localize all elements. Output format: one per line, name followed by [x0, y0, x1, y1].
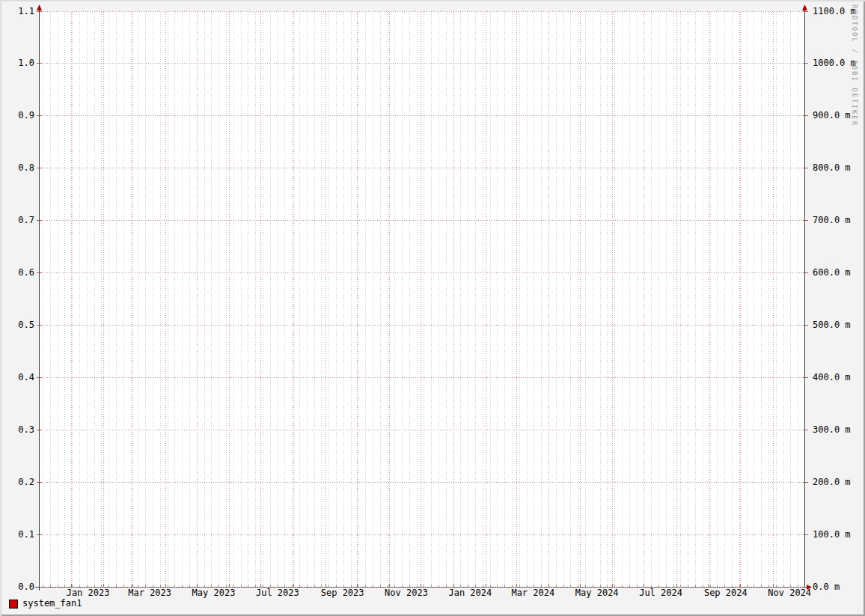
y-axis-left-label: 0.1: [0, 530, 34, 540]
y-axis-right-label: 400.0 m: [813, 373, 851, 382]
y-axis-right-label: 200.0 m: [813, 478, 851, 487]
y-axis-left-label: 0.2: [0, 478, 34, 487]
x-axis-label: Mar 2024: [499, 588, 566, 598]
legend-swatch-system-fan1: [9, 600, 18, 609]
x-axis-label: Sep 2024: [692, 588, 759, 598]
y-axis-right-label: 800.0 m: [813, 163, 851, 173]
legend-label: system_fan1: [22, 599, 82, 609]
y-axis-left-label: 1.0: [0, 58, 34, 68]
y-axis-left-label: 0.3: [0, 425, 34, 435]
x-axis-label: Nov 2023: [373, 588, 440, 598]
chart-grid-and-axes: [0, 0, 865, 616]
x-axis-label: Jan 2023: [55, 588, 122, 598]
x-axis-label: May 2023: [180, 588, 248, 598]
y-axis-left-label: 0.4: [0, 373, 34, 382]
y-axis-left-label: 0.7: [0, 216, 34, 225]
y-axis-left-label: 1.1: [0, 7, 34, 16]
x-axis-label: Jul 2023: [244, 588, 311, 598]
y-axis-left-label: 0.0: [0, 582, 34, 592]
y-axis-left-label: 0.5: [0, 320, 34, 330]
x-axis-label: May 2024: [563, 588, 631, 598]
rrdtool-graph: 1.11.00.90.80.70.60.50.40.30.20.10.01100…: [0, 0, 865, 616]
y-axis-right-label: 700.0 m: [813, 216, 851, 225]
y-axis-right-label: 100.0 m: [813, 530, 851, 540]
x-axis-label: Sep 2023: [309, 588, 376, 598]
y-axis-right-label: 500.0 m: [813, 320, 851, 330]
x-axis-label: Nov 2024: [756, 588, 823, 598]
y-axis-left-label: 0.8: [0, 163, 34, 173]
y-axis-left-label: 0.6: [0, 268, 34, 278]
y-axis-right-label: 300.0 m: [813, 425, 851, 435]
y-axis-right-label: 900.0 m: [813, 111, 851, 121]
x-axis-label: Jul 2024: [627, 588, 694, 598]
y-axis-right-label: 1100.0 m: [813, 7, 856, 16]
y-axis-right-label: 600.0 m: [813, 268, 851, 278]
x-axis-label: Mar 2023: [116, 588, 183, 598]
rrdtool-watermark: RRDTOOL / TOBI OETIKER: [851, 4, 858, 126]
x-axis-label: Jan 2024: [436, 588, 504, 598]
y-axis-right-label: 1000.0 m: [813, 58, 856, 68]
y-axis-left-label: 0.9: [0, 111, 34, 121]
